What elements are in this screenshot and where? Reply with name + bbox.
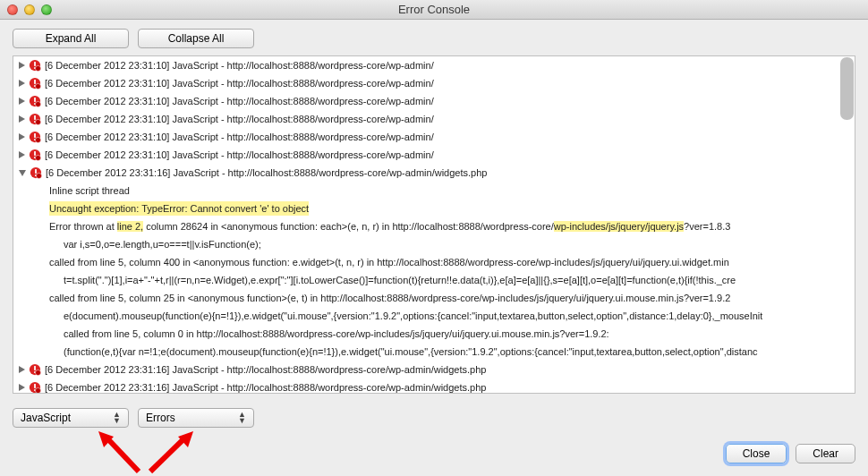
- error-row-text: [6 December 2012 23:31:10] JavaScript - …: [45, 148, 434, 162]
- error-row[interactable]: [6 December 2012 23:31:10] JavaScript - …: [13, 92, 855, 110]
- error-row[interactable]: [6 December 2012 23:31:10] JavaScript - …: [13, 128, 855, 146]
- close-button[interactable]: Close: [726, 444, 787, 463]
- disclosure-triangle-icon[interactable]: [19, 62, 25, 69]
- error-source-line: (function(e,t){var n=!1;e(document).mous…: [13, 343, 855, 361]
- updown-icon: ▲▼: [113, 412, 121, 424]
- error-list: [6 December 2012 23:31:10] JavaScript - …: [13, 55, 855, 394]
- footer-buttons: Close Clear: [726, 444, 855, 463]
- minimize-window-icon[interactable]: [24, 4, 35, 15]
- type-filter-select[interactable]: Errors ▲▼: [138, 408, 254, 428]
- error-icon: [29, 113, 41, 125]
- svg-point-19: [35, 137, 40, 142]
- svg-point-31: [35, 370, 40, 375]
- disclosure-triangle-icon[interactable]: [19, 115, 25, 123]
- language-filter-select[interactable]: JavaScript ▲▼: [13, 408, 129, 428]
- disclosure-triangle-icon[interactable]: [19, 80, 25, 87]
- svg-rect-33: [34, 384, 36, 388]
- error-icon: [29, 363, 41, 376]
- disclosure-triangle-icon[interactable]: [19, 170, 26, 176]
- error-icon: [29, 77, 41, 89]
- svg-rect-29: [34, 366, 36, 370]
- error-exception: Uncaught exception: TypeError: Cannot co…: [13, 200, 855, 217]
- error-row-text: [6 December 2012 23:31:10] JavaScript - …: [45, 130, 434, 144]
- collapse-all-button[interactable]: Collapse All: [138, 29, 254, 48]
- zoom-window-icon[interactable]: [41, 4, 52, 15]
- error-row-text: [6 December 2012 23:31:16] JavaScript - …: [45, 362, 486, 377]
- disclosure-triangle-icon[interactable]: [19, 384, 25, 391]
- disclosure-triangle-icon[interactable]: [19, 151, 25, 158]
- titlebar: Error Console: [0, 0, 868, 20]
- error-thrown-at: Error thrown at line 2, column 28624 in …: [13, 217, 855, 235]
- toolbar: Expand All Collapse All: [0, 20, 868, 55]
- error-icon: [29, 149, 41, 161]
- error-row[interactable]: [6 December 2012 23:31:10] JavaScript - …: [13, 56, 855, 74]
- error-icon: [29, 59, 41, 72]
- error-row[interactable]: [6 December 2012 23:31:10] JavaScript - …: [13, 110, 855, 128]
- disclosure-triangle-icon[interactable]: [19, 366, 25, 373]
- type-filter-value: Errors: [146, 412, 175, 424]
- close-window-icon[interactable]: [7, 4, 18, 15]
- expand-all-button[interactable]: Expand All: [13, 29, 129, 48]
- error-list-scroll[interactable]: [6 December 2012 23:31:10] JavaScript - …: [13, 56, 855, 393]
- svg-point-35: [35, 387, 40, 393]
- error-icon: [29, 381, 41, 393]
- error-row[interactable]: [6 December 2012 23:31:10] JavaScript - …: [13, 146, 855, 164]
- svg-rect-25: [35, 169, 37, 174]
- traffic-lights: [0, 4, 52, 15]
- error-row-text: [6 December 2012 23:31:10] JavaScript - …: [45, 58, 434, 72]
- error-row-text: [6 December 2012 23:31:16] JavaScript - …: [45, 380, 486, 393]
- svg-point-15: [35, 119, 40, 124]
- svg-point-7: [35, 83, 40, 89]
- svg-rect-17: [34, 133, 36, 138]
- error-row-text: [6 December 2012 23:31:10] JavaScript - …: [45, 112, 434, 126]
- svg-rect-13: [34, 115, 36, 120]
- error-row[interactable]: [6 December 2012 23:31:16] JavaScript - …: [13, 378, 855, 393]
- updown-icon: ▲▼: [238, 412, 246, 424]
- error-stack-frame: called from line 5, column 25 in <anonym…: [13, 289, 855, 307]
- error-row-expanded[interactable]: [6 December 2012 23:31:16] JavaScript - …: [13, 164, 855, 182]
- svg-rect-5: [34, 80, 36, 84]
- error-row[interactable]: [6 December 2012 23:31:16] JavaScript - …: [13, 361, 855, 378]
- clear-button[interactable]: Clear: [796, 444, 855, 463]
- error-row-text: [6 December 2012 23:31:16] JavaScript - …: [46, 166, 487, 180]
- svg-rect-9: [34, 98, 36, 102]
- error-source-line: e(document).mouseup(function(e){n=!1}),e…: [13, 307, 855, 325]
- svg-point-3: [35, 65, 40, 71]
- filter-selects: JavaScript ▲▼ Errors ▲▼: [13, 408, 254, 428]
- window-title: Error Console: [0, 3, 868, 16]
- error-stack-frame: called from line 5, column 400 in <anony…: [13, 253, 855, 271]
- svg-rect-21: [34, 151, 36, 156]
- svg-point-23: [35, 155, 40, 160]
- disclosure-triangle-icon[interactable]: [19, 133, 25, 140]
- error-row-text: [6 December 2012 23:31:10] JavaScript - …: [45, 76, 434, 90]
- error-icon: [29, 131, 41, 143]
- error-icon: [29, 95, 41, 107]
- disclosure-triangle-icon[interactable]: [19, 98, 25, 105]
- scrollbar-thumb[interactable]: [840, 57, 854, 120]
- svg-point-27: [36, 173, 41, 178]
- footer: JavaScript ▲▼ Errors ▲▼ Close Clear: [0, 397, 868, 476]
- error-icon: [30, 166, 42, 179]
- language-filter-value: JavaScript: [21, 412, 71, 424]
- error-detail: Inline script thread: [13, 182, 855, 200]
- error-row-text: [6 December 2012 23:31:10] JavaScript - …: [45, 94, 434, 108]
- svg-point-11: [35, 101, 40, 106]
- error-row[interactable]: [6 December 2012 23:31:10] JavaScript - …: [13, 74, 855, 92]
- svg-rect-1: [34, 62, 36, 66]
- error-stack-frame: called from line 5, column 0 in http://l…: [13, 325, 855, 343]
- error-source-line: t=t.split(".")[1],i=a+"-"+t,r||(r=n,n=e.…: [13, 271, 855, 289]
- error-source-line: var i,s=0,o=e.length,u=o===t||v.isFuncti…: [13, 235, 855, 253]
